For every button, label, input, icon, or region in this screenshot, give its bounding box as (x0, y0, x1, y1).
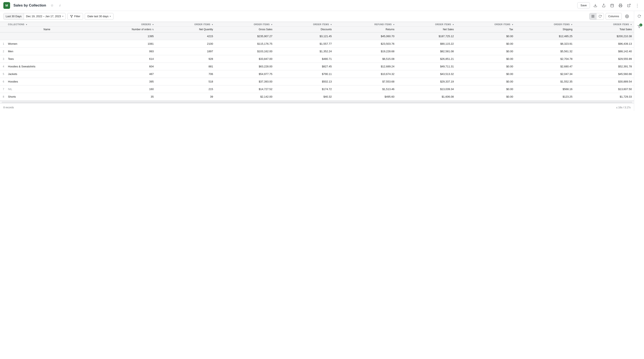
date-range-selector[interactable]: Last 30 Days Dec 19, 2022 – Jan 17, 2023… (3, 13, 66, 20)
group-collections[interactable]: COLLECTIONS ▾ (6, 22, 88, 27)
col-discounts[interactable]: Discounts (274, 27, 334, 33)
group-orders[interactable]: ORDERS ▾ (88, 22, 156, 27)
row-tax: $0.00 (456, 55, 515, 63)
favorite-icon[interactable]: ☆ (49, 3, 55, 9)
chevron-down-icon: ▾ (110, 15, 111, 18)
chevron-down-icon: ▾ (62, 15, 63, 18)
grid-view-button[interactable] (590, 13, 596, 20)
col-tax[interactable]: Tax (456, 27, 515, 33)
more-icon[interactable]: ⋮ (634, 2, 641, 9)
row-gross-sales: $63,228.00 (215, 63, 274, 70)
save-button[interactable]: Save (577, 2, 590, 9)
table-row: 7 NIL 160 215 $14,727.52 $174.72 $1,513.… (0, 86, 634, 93)
download-icon[interactable] (592, 2, 599, 9)
row-returns: $1,513.46 (334, 86, 396, 93)
view-toggle (589, 13, 604, 20)
table-row: 5 Jackets 487 706 $54,977.75 $790.11 $10… (0, 70, 634, 78)
filter-sidebar-icon[interactable]: 1 (636, 23, 643, 30)
row-orders: 487 (88, 70, 156, 78)
row-discounts: $480.71 (274, 55, 334, 63)
col-net-qty[interactable]: Net Quantity (156, 27, 215, 33)
row-net-sales: $82,581.08 (396, 48, 456, 55)
group-refund-items[interactable]: REFUND ITEMS ▾ (334, 22, 396, 27)
row-shipping: $6,323.91 (515, 40, 574, 48)
col-name[interactable]: Name (6, 27, 88, 33)
svg-rect-9 (593, 17, 594, 18)
group-order-items-3[interactable]: ORDER ITEMS ▾ (274, 22, 334, 27)
right-sidebar: 1 (634, 11, 644, 111)
row-discounts: $827.45 (274, 63, 334, 70)
row-number: 6 (0, 78, 6, 86)
data-table-container: COLLECTIONS ▾ ORDERS ▾ ORDER ITEMS ▾ ORD… (0, 22, 634, 101)
col-gross-sales[interactable]: Gross Sales (215, 27, 274, 33)
total-row: 1395 4215 $235,907.27 $3,121.45 $45,060.… (0, 32, 634, 40)
row-returns: $12,689.24 (334, 63, 396, 70)
group-order-items-5[interactable]: ORDER ITEMS ▾ (456, 22, 515, 27)
row-orders: 160 (88, 86, 156, 93)
group-order-items-4[interactable]: ORDER ITEMS ▾ (396, 22, 456, 27)
date-filter-button[interactable]: Date last 30 days ▾ (85, 13, 114, 20)
row-net-sales: $29,337.19 (396, 78, 456, 86)
settings-icon[interactable] (624, 13, 630, 20)
col-total-sales[interactable]: Total Sales (574, 27, 634, 33)
row-shipping: $5,561.32 (515, 48, 574, 55)
columns-button[interactable]: Columns (606, 13, 622, 20)
group-order-items-6[interactable]: ORDER ITEMS ▾ (515, 22, 574, 27)
row-net-sales: $49,711.31 (396, 63, 456, 70)
group-header-row: COLLECTIONS ▾ ORDERS ▾ ORDER ITEMS ▾ ORD… (0, 22, 634, 27)
group-order-items-1[interactable]: ORDER ITEMS ▾ (156, 22, 215, 27)
refresh-button[interactable] (596, 13, 604, 20)
col-shipping[interactable]: Shipping (515, 27, 574, 33)
filter-button[interactable]: Filter (67, 13, 83, 20)
row-net-qty: 215 (156, 86, 215, 93)
row-shipping: $568.16 (515, 86, 574, 93)
row-name: Tees (6, 55, 88, 63)
row-gross-sales: $2,142.00 (215, 93, 274, 101)
group-order-items-2[interactable]: ORDER ITEMS ▾ (215, 22, 274, 27)
data-table: COLLECTIONS ▾ ORDERS ▾ ORDER ITEMS ▾ ORD… (0, 22, 634, 101)
group-order-items-7[interactable]: ORDER ITEMS ▾ (574, 22, 634, 27)
svg-rect-0 (611, 4, 614, 7)
svg-rect-6 (592, 15, 592, 16)
row-orders: 993 (88, 48, 156, 55)
row-total-sales: $29,555.99 (574, 55, 634, 63)
row-tax: $0.00 (456, 40, 515, 48)
row-shipping: $1,552.35 (515, 78, 574, 86)
main-layout: Last 30 Days Dec 19, 2022 – Jan 17, 2023… (0, 11, 644, 111)
sort-icon: ⇅ (152, 28, 154, 31)
scroll-track[interactable] (2, 102, 632, 103)
row-gross-sales: $103,162.00 (215, 48, 274, 55)
date-range-value: Dec 19, 2022 – Jan 17, 2023 ▾ (24, 15, 66, 18)
info-icon[interactable]: i (57, 3, 63, 9)
row-gross-sales: $33,847.00 (215, 55, 274, 63)
col-returns[interactable]: Returns (334, 27, 396, 33)
row-returns: $6,515.08 (334, 55, 396, 63)
calendar-icon[interactable] (609, 2, 616, 9)
row-net-qty: 706 (156, 70, 215, 78)
row-shipping: $2,047.34 (515, 70, 574, 78)
svg-rect-8 (592, 17, 592, 18)
col-orders[interactable]: Number of orders ⇅ (88, 27, 156, 33)
row-discounts: $174.72 (274, 86, 334, 93)
row-returns: $495.60 (334, 93, 396, 101)
row-number: 1 (0, 40, 6, 48)
horizontal-scrollbar[interactable] (0, 101, 634, 104)
col-net-sales[interactable]: Net Sales (396, 27, 456, 33)
external-link-icon[interactable] (626, 2, 632, 9)
row-net-qty: 881 (156, 63, 215, 70)
row-tax: $0.00 (456, 78, 515, 86)
row-number: 5 (0, 70, 6, 78)
row-total-sales: $45,560.66 (574, 70, 634, 78)
content-area: Last 30 Days Dec 19, 2022 – Jan 17, 2023… (0, 11, 634, 111)
refresh-sidebar-icon[interactable] (636, 13, 643, 20)
row-gross-sales: $14,727.52 (215, 86, 274, 93)
row-returns: $19,228.68 (334, 48, 396, 55)
row-name: Hoodies & Sweatshirts (6, 63, 88, 70)
row-name: Women (6, 40, 88, 48)
share-icon[interactable] (600, 2, 607, 9)
table-row: 2 Men 993 1897 $103,162.00 $1,352.24 $19… (0, 48, 634, 55)
col-header-row: Name Number of orders ⇅ Net Quantity Gro… (0, 27, 634, 33)
row-net-sales: $1,606.08 (396, 93, 456, 101)
row-name: Jackets (6, 70, 88, 78)
print-icon[interactable] (617, 2, 624, 9)
